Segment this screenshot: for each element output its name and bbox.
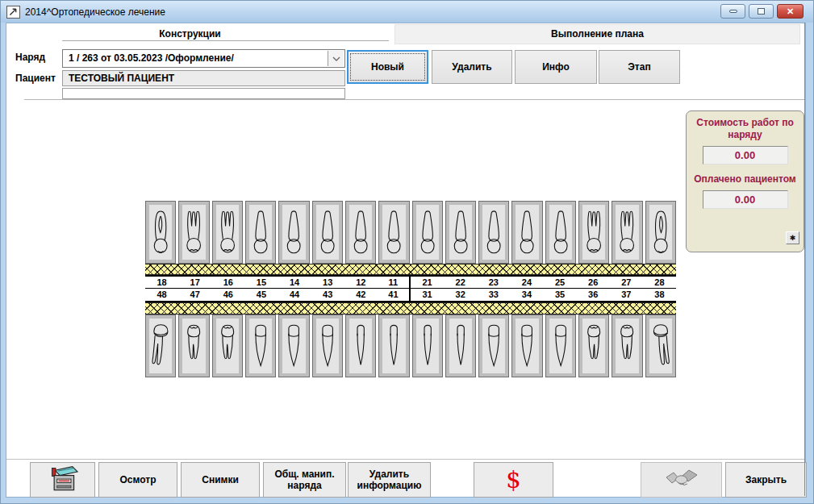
tooth-number-48: 48 [145,289,178,301]
window-frame: 2014^Ортопедическое лечение ✕ Конструкци… [0,0,814,504]
payment-button[interactable]: $ [474,462,553,498]
tooth-11[interactable] [378,201,409,264]
tooth-drawing-46 [216,319,239,373]
close-icon: ✕ [787,6,794,17]
paid-label: Оплачено пациентом [687,173,804,185]
window-title: 2014^Ортопедическое лечение [25,6,165,18]
order-label: Наряд [15,52,45,63]
frame-accent-edge [804,23,805,496]
tooth-drawing-15 [249,205,272,260]
tooth-26[interactable] [578,201,609,264]
tooth-drawing-26 [582,205,605,260]
patient-field[interactable]: ТЕСТОВЫЙ ПАЦИЕНТ [62,70,345,86]
tooth-drawing-36 [582,319,605,373]
minimize-icon [729,10,737,13]
cost-total-field: 0.00 [703,146,788,165]
print-button[interactable] [30,462,95,498]
tooth-number-28: 28 [643,277,676,288]
tooth-drawing-28 [649,205,672,260]
tooth-number-43: 43 [311,289,344,301]
tooth-drawing-17 [182,205,205,260]
panel-pin-button[interactable]: ✱ [786,231,799,244]
dental-chart: 18171615141312112122232425262728 4847464… [145,201,676,377]
tooth-drawing-37 [616,319,638,373]
close-form-button[interactable]: Закрыть [725,462,807,498]
note-field[interactable] [62,88,345,99]
tooth-33[interactable] [478,314,509,377]
tooth-31[interactable] [412,314,443,377]
printer-icon [46,464,80,495]
maximize-button[interactable] [749,4,774,19]
tooth-44[interactable] [278,314,309,377]
tooth-number-22: 22 [444,277,477,288]
delete-order-button[interactable]: Удалить [432,50,512,84]
tooth-28[interactable] [645,201,676,264]
tooth-48[interactable] [145,314,176,377]
tooth-18[interactable] [145,201,176,264]
patient-label: Пациент [15,73,56,84]
tooth-42[interactable] [345,314,376,377]
lower-teeth-row [145,314,676,377]
tooth-number-24: 24 [510,277,543,288]
tooth-43[interactable] [312,314,343,377]
stage-button[interactable]: Этап [599,50,680,84]
tooth-17[interactable] [178,201,209,264]
close-window-button[interactable]: ✕ [777,4,804,19]
tooth-drawing-23 [482,205,505,260]
tooth-number-17: 17 [178,277,211,288]
order-combobox[interactable]: 1 / 263 от 03.05.2023 /Оформление/ [62,49,345,68]
handshake-icon [664,468,699,492]
tab-plan-execution[interactable]: Выполнение плана [394,24,800,44]
tooth-13[interactable] [312,201,343,264]
delete-info-button[interactable]: Удалить информацию [348,462,431,498]
lower-gum-band [145,302,676,314]
tooth-number-31: 31 [411,289,444,301]
tooth-24[interactable] [511,201,542,264]
handshake-button[interactable] [641,462,722,498]
tooth-35[interactable] [545,314,576,377]
tooth-23[interactable] [478,201,509,264]
tooth-number-14: 14 [278,277,311,288]
header-separator [24,99,805,100]
new-order-button[interactable]: Новый [347,50,428,84]
tooth-45[interactable] [245,314,276,377]
tooth-number-12: 12 [344,277,378,288]
tooth-number-13: 13 [311,277,344,288]
tooth-drawing-27 [616,205,638,260]
order-combobox-dropdown-button[interactable] [328,51,344,66]
info-button[interactable]: Инфо [515,50,597,84]
tooth-34[interactable] [511,314,542,377]
minimize-button[interactable] [720,4,745,19]
tooth-drawing-14 [282,205,305,260]
tooth-number-25: 25 [544,277,577,288]
tooth-47[interactable] [178,314,209,377]
tooth-12[interactable] [345,201,376,264]
tooth-25[interactable] [545,201,576,264]
cost-panel: Стоимость работ по наряду 0.00 Оплачено … [686,110,804,252]
tooth-number-33: 33 [477,289,510,301]
tooth-21[interactable] [412,201,443,264]
tooth-36[interactable] [578,314,609,377]
manipulations-button[interactable]: Общ. манип. наряда [263,462,346,498]
cost-title: Стоимость работ по наряду [687,117,804,141]
tooth-27[interactable] [612,201,642,264]
tab-underline [62,40,389,41]
tooth-41[interactable] [378,314,409,377]
chevron-down-icon [332,56,340,61]
exam-button[interactable]: Осмотр [98,462,177,498]
tooth-38[interactable] [645,314,676,377]
tooth-46[interactable] [212,314,243,377]
titlebar: 2014^Ортопедическое лечение ✕ [1,1,813,23]
tooth-number-46: 46 [211,289,244,301]
upper-numbers-row: 18171615141312112122232425262728 [145,277,676,289]
xray-button[interactable]: Снимки [181,462,260,498]
tooth-32[interactable] [445,314,476,377]
tooth-14[interactable] [278,201,309,264]
tooth-15[interactable] [245,201,276,264]
tooth-37[interactable] [612,314,642,377]
tooth-drawing-41 [382,319,405,373]
tooth-22[interactable] [445,201,476,264]
tooth-drawing-12 [349,205,372,260]
tab-constructions[interactable]: Конструкции [6,24,374,44]
tooth-16[interactable] [212,201,243,264]
